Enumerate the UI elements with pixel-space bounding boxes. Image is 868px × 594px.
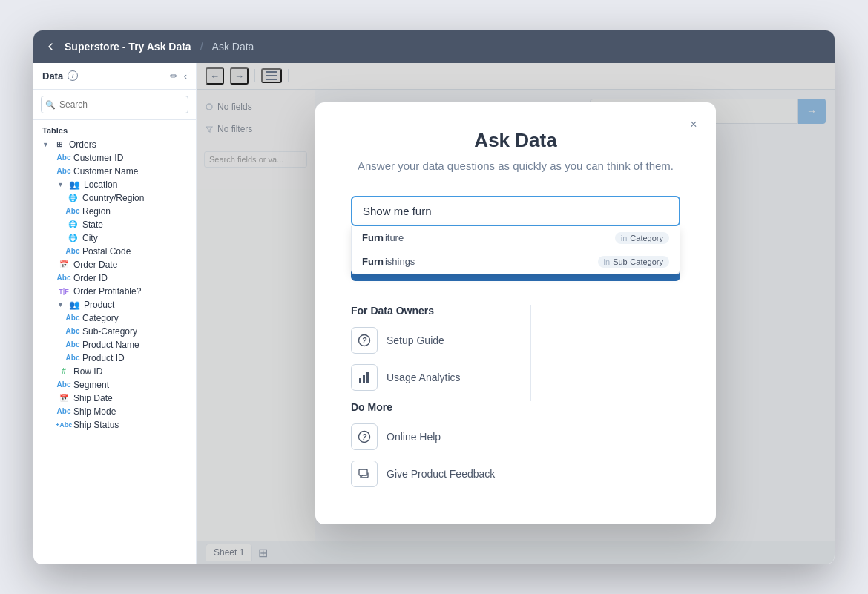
tree-item-row-id[interactable]: # Row ID <box>33 365 196 378</box>
sidebar: Data i ✏ ‹ 🔍 Tables ▼ ⊞ Orders <box>33 63 197 564</box>
edit-icon[interactable]: ✏ <box>170 70 178 82</box>
abc-icon: Abc <box>66 246 79 257</box>
autocomplete-item-furniture[interactable]: Furn iture in Category <box>352 226 680 250</box>
group-icon: 👥 <box>68 300 81 310</box>
usage-analytics-link[interactable]: Usage Analytics <box>351 364 516 391</box>
tree-item-postal-code[interactable]: Abc Postal Code <box>33 245 196 258</box>
tree-item-order-profitable[interactable]: T|F Order Profitable? <box>33 285 196 298</box>
sidebar-search-wrap: 🔍 <box>41 96 188 113</box>
tree-item-location[interactable]: ▼ 👥 Location <box>33 178 196 191</box>
top-bar: Superstore - Try Ask Data / Ask Data <box>33 30 835 63</box>
abc-icon: Abc <box>57 273 70 283</box>
tree-item-ship-date[interactable]: 📅 Ship Date <box>33 392 196 405</box>
modal-links-col-more: Do More ? Online Help <box>351 401 516 498</box>
sidebar-header-title: Data i <box>42 70 78 82</box>
tree-label-region: Region <box>82 206 111 217</box>
tree-label-segment: Segment <box>73 380 109 390</box>
back-button[interactable] <box>45 42 56 52</box>
setup-guide-icon: ? <box>351 327 378 354</box>
tree-item-product-id[interactable]: Abc Product ID <box>33 352 196 365</box>
product-feedback-icon <box>351 461 378 487</box>
tree-label-product-id: Product ID <box>82 353 125 363</box>
abc-icon: Abc <box>57 153 70 163</box>
tree-item-orders[interactable]: ▼ ⊞ Orders <box>33 138 196 151</box>
tree-label-sub-category: Sub-Category <box>82 326 137 337</box>
tree-label-ship-mode: Ship Mode <box>73 406 116 417</box>
autocomplete-match-2: Furn <box>362 256 384 267</box>
tree-label-state: State <box>82 220 103 230</box>
sidebar-search-input[interactable] <box>41 96 188 113</box>
tree-item-region[interactable]: Abc Region <box>33 205 196 218</box>
setup-guide-link[interactable]: ? Setup Guide <box>351 327 516 354</box>
modal-search-input[interactable] <box>351 196 680 226</box>
info-icon[interactable]: i <box>68 70 78 81</box>
autocomplete-item-left: Furn iture <box>362 232 404 243</box>
tree-label-ship-status: Ship Status <box>73 420 119 430</box>
tree-item-sub-category[interactable]: Abc Sub-Category <box>33 325 196 338</box>
tree-item-ship-mode[interactable]: Abc Ship Mode <box>33 405 196 418</box>
tree-label-customer-name: Customer Name <box>73 166 138 176</box>
svg-rect-8 <box>366 372 369 383</box>
abc-icon: Abc <box>57 166 70 176</box>
modal-links: For Data Owners ? Setup Guide <box>351 305 680 498</box>
tree-item-product-name[interactable]: Abc Product Name <box>33 338 196 352</box>
abc-icon: Abc <box>66 353 79 363</box>
tree-item-customer-name[interactable]: Abc Customer Name <box>33 165 196 178</box>
modal-links-col-owners: For Data Owners ? Setup Guide <box>351 305 516 401</box>
svg-text:?: ? <box>362 432 367 441</box>
tree-item-customer-id[interactable]: Abc Customer ID <box>33 151 196 165</box>
geo-icon: 🌐 <box>66 193 79 203</box>
tree-item-ship-status[interactable]: +Abc Ship Status <box>33 418 196 432</box>
date-icon: 📅 <box>57 393 70 403</box>
bool-icon: T|F <box>57 286 70 297</box>
tree-item-state[interactable]: 🌐 State <box>33 218 196 231</box>
chevron-icon: ▼ <box>57 301 65 308</box>
breadcrumb-divider: / <box>200 41 203 53</box>
autocomplete-rest: iture <box>385 232 404 243</box>
modal-overlay: × Ask Data Answer your data questions as… <box>197 63 835 564</box>
tree-label-city: City <box>82 233 98 243</box>
online-help-label: Online Help <box>387 431 441 443</box>
online-help-link[interactable]: ? Online Help <box>351 423 516 450</box>
modal-search-container: Furn iture in Category Furn <box>351 196 680 226</box>
data-label: Data <box>42 70 63 82</box>
tree-item-city[interactable]: 🌐 City <box>33 231 196 245</box>
geo-icon: 🌐 <box>66 220 79 230</box>
abc-icon: Abc <box>57 406 70 417</box>
tree-item-order-date[interactable]: 📅 Order Date <box>33 258 196 271</box>
autocomplete-badge-furnishings: in Sub-Category <box>598 256 669 268</box>
tree-label-postal-code: Postal Code <box>82 246 131 257</box>
collapse-icon[interactable]: ‹ <box>184 70 187 82</box>
modal-close-button[interactable]: × <box>683 114 704 135</box>
right-area: ← → No fields <box>197 63 835 564</box>
svg-rect-6 <box>359 378 361 383</box>
tree-item-product[interactable]: ▼ 👥 Product <box>33 298 196 311</box>
tree-item-category[interactable]: Abc Category <box>33 311 196 325</box>
tree-item-segment[interactable]: Abc Segment <box>33 378 196 392</box>
usage-analytics-label: Usage Analytics <box>387 372 461 383</box>
abc-icon: Abc <box>57 380 70 390</box>
autocomplete-item-furnishings[interactable]: Furn ishings in Sub-Category <box>352 250 680 274</box>
tree-label-ship-date: Ship Date <box>73 393 113 403</box>
product-feedback-link[interactable]: Give Product Feedback <box>351 461 516 487</box>
tree-label-product-name: Product Name <box>82 340 139 350</box>
usage-analytics-icon <box>351 364 378 391</box>
tree-label-row-id: Row ID <box>73 366 102 377</box>
chevron-icon: ▼ <box>57 181 65 188</box>
modal-title: Ask Data <box>351 129 680 152</box>
tree-label-order-id: Order ID <box>73 273 108 283</box>
abc-icon: Abc <box>66 326 79 337</box>
ask-data-modal: × Ask Data Answer your data questions as… <box>315 102 716 524</box>
tree-item-order-id[interactable]: Abc Order ID <box>33 271 196 285</box>
tree-label-order-date: Order Date <box>73 260 117 270</box>
for-data-owners-title: For Data Owners <box>351 305 516 317</box>
modal-links-divider <box>530 305 531 401</box>
setup-guide-label: Setup Guide <box>387 334 444 346</box>
tree-item-country[interactable]: 🌐 Country/Region <box>33 191 196 205</box>
do-more-title: Do More <box>351 401 516 413</box>
autocomplete-item-left-2: Furn ishings <box>362 256 415 267</box>
sidebar-header-actions: ✏ ‹ <box>170 70 187 82</box>
tree-label-order-profitable: Order Profitable? <box>73 286 141 297</box>
abc-icon: +Abc <box>57 420 70 430</box>
date-icon: 📅 <box>57 260 70 270</box>
